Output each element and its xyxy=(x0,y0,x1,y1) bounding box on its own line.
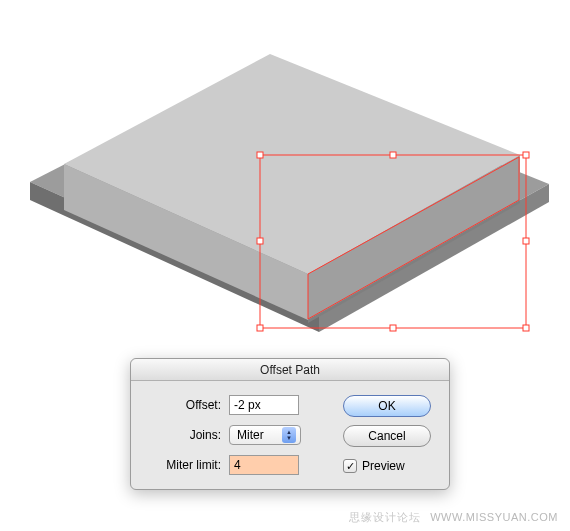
updown-arrows-icon: ▲▼ xyxy=(282,427,296,443)
miter-limit-input[interactable] xyxy=(229,455,299,475)
joins-select[interactable]: Miter ▲▼ xyxy=(229,425,301,445)
watermark-cn: 思缘设计论坛 xyxy=(349,511,421,523)
svg-rect-10 xyxy=(523,238,529,244)
preview-checkbox[interactable]: ✓ xyxy=(343,459,357,473)
svg-rect-13 xyxy=(523,325,529,331)
svg-rect-11 xyxy=(257,325,263,331)
svg-rect-6 xyxy=(257,152,263,158)
offset-input[interactable] xyxy=(229,395,299,415)
offset-path-dialog: Offset Path Offset: Joins: Miter ▲▼ Mite… xyxy=(130,358,450,490)
cancel-button[interactable]: Cancel xyxy=(343,425,431,447)
illustration-canvas xyxy=(0,0,570,340)
dialog-title: Offset Path xyxy=(131,359,449,381)
preview-label: Preview xyxy=(362,459,405,473)
svg-rect-7 xyxy=(390,152,396,158)
miter-limit-label: Miter limit: xyxy=(139,458,221,472)
svg-rect-8 xyxy=(523,152,529,158)
joins-value: Miter xyxy=(237,428,278,442)
offset-label: Offset: xyxy=(139,398,221,412)
watermark: 思缘设计论坛 WWW.MISSYUAN.COM xyxy=(349,510,558,525)
watermark-url: WWW.MISSYUAN.COM xyxy=(430,511,558,523)
ok-button[interactable]: OK xyxy=(343,395,431,417)
svg-rect-12 xyxy=(390,325,396,331)
joins-label: Joins: xyxy=(139,428,221,442)
svg-rect-9 xyxy=(257,238,263,244)
